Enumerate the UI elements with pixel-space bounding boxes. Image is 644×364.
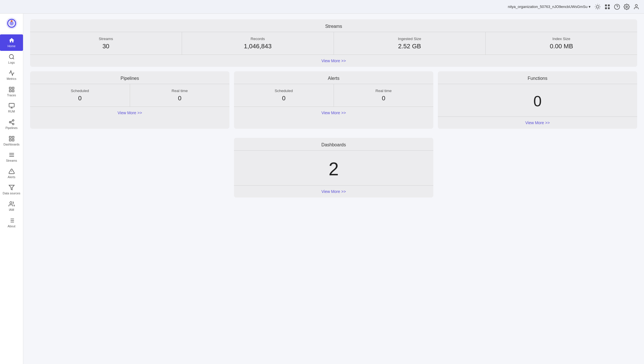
alerts-stat-pair: Scheduled 0 Real time 0 [234,84,433,107]
dashboards-view-more-link[interactable]: View More >> [321,189,346,194]
pipelines-icon [9,119,15,125]
svg-point-21 [9,54,13,59]
pipelines-stat-pair: Scheduled 0 Real time 0 [30,84,229,107]
alerts-scheduled-value: 0 [282,95,285,102]
svg-point-19 [10,21,14,25]
logo[interactable] [0,14,23,33]
sidebar-item-streams[interactable]: Streams [0,149,23,165]
dashboards-value: 2 [234,151,433,185]
pipelines-realtime-value: 0 [178,95,181,102]
sidebar-iam-label: IAM [9,208,14,212]
svg-rect-11 [605,7,607,9]
pipelines-view-more-link[interactable]: View More >> [118,111,142,115]
streams-stat-index: Index Size 0.00 MB [486,32,637,55]
help-icon[interactable] [614,4,620,10]
alerts-scheduled-label: Scheduled [275,89,293,93]
sidebar-item-iam[interactable]: IAM [0,198,23,215]
streams-stat-index-label: Index Size [553,37,570,41]
sidebar-item-metrics[interactable]: Metrics [0,67,23,84]
main-wrapper: Home Logs Metrics Traces [0,0,644,364]
org-selector[interactable]: nitya_organization_50763_nJO9encbUWsGmSu… [508,5,591,9]
svg-marker-41 [9,185,14,190]
svg-rect-38 [12,139,14,141]
org-name: nitya_organization_50763_nJO9encbUWsGmSu [508,5,587,9]
svg-rect-35 [9,136,11,138]
sidebar-item-datasources[interactable]: Data sources [0,182,23,198]
sidebar-about-label: About [8,224,15,228]
dashboards-card-footer: View More >> [234,185,433,197]
svg-rect-25 [9,90,11,92]
sidebar-item-logs[interactable]: Logs [0,51,23,67]
main-content: Streams Streams 30 Records 1,046,843 Ing… [23,14,644,364]
sidebar-item-about[interactable]: About [0,215,23,231]
alerts-stat-scheduled: Scheduled 0 [234,84,334,107]
settings-icon[interactable] [624,4,630,10]
sidebar: Home Logs Metrics Traces [0,14,23,364]
sidebar-streams-label: Streams [6,159,17,163]
sidebar-pipelines-label: Pipelines [5,126,18,130]
alerts-card-footer: View More >> [234,107,433,119]
alerts-stat-realtime: Real time 0 [334,84,434,107]
streams-view-more-link[interactable]: View More >> [321,59,346,63]
svg-line-3 [596,5,596,5]
rum-icon [9,103,15,109]
traces-icon [9,86,15,93]
sidebar-item-home[interactable]: Home [0,34,23,51]
functions-value: 0 [438,84,637,117]
streams-stat-records-label: Records [250,37,265,41]
streams-stat-ingested-value: 2.52 GB [398,43,421,50]
svg-rect-9 [605,4,607,6]
streams-stat-streams-label: Streams [99,37,113,41]
alerts-view-more-link[interactable]: View More >> [321,111,346,115]
user-icon[interactable] [633,4,639,10]
home-icon [9,37,15,43]
sidebar-item-traces[interactable]: Traces [0,84,23,100]
sidebar-item-alerts[interactable]: Alerts [0,165,23,182]
functions-card-title: Functions [438,71,637,84]
functions-view-more-link[interactable]: View More >> [525,120,550,125]
alerts-realtime-label: Real time [375,89,392,93]
svg-rect-26 [12,90,14,92]
sidebar-item-rum[interactable]: RUM [0,100,23,116]
streams-card-footer: View More >> [30,55,637,67]
sidebar-datasources-label: Data sources [3,192,20,195]
sidebar-dashboards-label: Dashboards [3,143,20,146]
sidebar-item-dashboards[interactable]: Dashboards [0,133,23,149]
streams-icon [9,152,15,158]
pipelines-scheduled-value: 0 [78,95,81,102]
dashboards-card-title: Dashboards [234,138,433,150]
dashboards-icon [9,136,15,142]
streams-stat-ingested-label: Ingested Size [398,37,421,41]
svg-rect-12 [608,7,610,9]
pipelines-realtime-label: Real time [172,89,188,93]
pipelines-card-footer: View More >> [30,107,229,119]
grid-icon[interactable] [604,4,610,10]
pipelines-stat-realtime: Real time 0 [130,84,230,107]
about-icon [9,217,15,224]
svg-point-16 [635,4,637,6]
svg-line-8 [599,5,600,5]
pipelines-stat-scheduled: Scheduled 0 [30,84,130,107]
svg-line-22 [13,58,14,59]
sidebar-logs-label: Logs [8,61,15,65]
functions-card: Functions 0 View More >> [438,71,637,129]
iam-icon [9,201,15,207]
sidebar-item-pipelines[interactable]: Pipelines [0,116,23,133]
svg-rect-36 [12,136,14,138]
streams-card-stats: Streams 30 Records 1,046,843 Ingested Si… [30,32,637,55]
sidebar-rum-label: RUM [8,110,15,113]
alerts-realtime-value: 0 [382,95,385,102]
streams-stat-records-value: 1,046,843 [244,43,272,50]
svg-point-15 [626,6,628,8]
alerts-card-title: Alerts [234,71,433,84]
svg-point-0 [596,5,599,8]
svg-point-32 [12,123,14,125]
streams-stat-records: Records 1,046,843 [182,32,334,55]
pipelines-card: Pipelines Scheduled 0 Real time 0 View M… [30,71,229,129]
bottom-row: Dashboards 2 View More >> [30,138,637,202]
pipelines-scheduled-label: Scheduled [71,89,89,93]
svg-point-42 [10,202,12,204]
theme-toggle-icon[interactable] [595,4,601,10]
svg-rect-23 [9,87,11,89]
sidebar-metrics-label: Metrics [7,77,16,81]
